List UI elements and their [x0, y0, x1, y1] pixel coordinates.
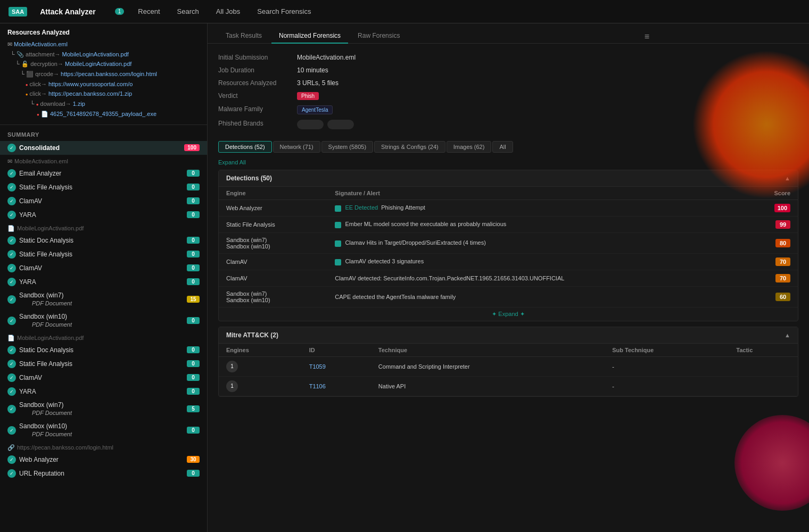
mitre-row[interactable]: 1 T1059 Command and Scripting Interprete…: [219, 357, 798, 377]
sandbox-win7-sub-2: PDF Document: [19, 409, 184, 417]
email-analyzer-label: Email Analyzer: [19, 170, 184, 177]
summary-item-clamav-2[interactable]: ✓ ClamAV 0: [0, 261, 207, 275]
summary-item-static-file-3[interactable]: ✓ Static File Analysis 0: [0, 357, 207, 371]
static-doc-label-2: Static Doc Analysis: [19, 346, 184, 354]
tab-task-results[interactable]: Task Results: [218, 29, 269, 44]
row-engine-4: ClamAV: [219, 270, 327, 287]
tree-node-6[interactable]: └ ● download→ 1.zip: [7, 99, 200, 109]
summary-item-clamav-1[interactable]: ✓ ClamAV 0: [0, 194, 207, 208]
mitre-row[interactable]: 1 T1106 Native API -: [219, 377, 798, 396]
tree-node-5[interactable]: ● click→ https://pecan.banksso.com/1.zip: [7, 89, 200, 99]
summary-item-url-reputation[interactable]: ✓ URL Reputation 0: [0, 467, 207, 480]
hamburger-menu[interactable]: ≡: [645, 32, 649, 41]
table-row[interactable]: Static File Analysis Ember ML model scor…: [219, 217, 798, 233]
score-badge-2: 80: [775, 239, 790, 247]
check-icon-17: ✓: [7, 426, 16, 435]
row-sig-4: ClamAV detected: SecuriteInfo.com.Trojan…: [327, 270, 745, 287]
tab-normalized-forensics[interactable]: Normalized Forensics: [271, 29, 348, 44]
check-icon-4: ✓: [7, 197, 16, 205]
score-badge-5: 60: [775, 293, 790, 301]
yara-score-1: 0: [187, 211, 200, 218]
mitre-col-id: ID: [302, 344, 371, 357]
summary-item-static-file-1[interactable]: ✓ Static File Analysis 0: [0, 180, 207, 194]
tree-root[interactable]: ✉ MobileActivation.eml: [7, 39, 200, 49]
nav-search-forensics[interactable]: Search Forensics: [254, 5, 314, 18]
malware-family-value: AgentTesla: [297, 104, 798, 116]
check-icon-13: ✓: [7, 360, 16, 368]
det-tab-system[interactable]: System (5805): [321, 141, 374, 153]
sandbox-win10-score-1: 0: [187, 317, 200, 324]
consolidated-label: Consolidated: [19, 144, 181, 152]
tree-node-1[interactable]: └ 📎 attachment→ MobileLoginActivation.pd…: [7, 49, 200, 60]
static-file-label-1: Static File Analysis: [19, 184, 184, 191]
detections-header[interactable]: Detections (50) ▲: [219, 170, 798, 187]
summary-item-sandbox-win10-2[interactable]: ✓ Sandbox (win10) PDF Document 0: [0, 420, 207, 441]
clamav-score-2: 0: [187, 264, 200, 271]
expand-all[interactable]: Expand All: [218, 159, 798, 165]
malware-family-label: Malware Family: [218, 104, 293, 116]
score-badge-1: 99: [775, 220, 790, 229]
nav-recent[interactable]: Recent: [135, 5, 163, 18]
nav-all-jobs[interactable]: All Jobs: [213, 5, 244, 18]
mitre-sub-1: -: [605, 377, 729, 396]
technique-id-1[interactable]: T1106: [309, 383, 326, 389]
check-icon-9: ✓: [7, 278, 16, 286]
summary-item-sandbox-win7-2[interactable]: ✓ Sandbox (win7) PDF Document 5: [0, 398, 207, 420]
technique-id-0[interactable]: T1059: [309, 363, 326, 370]
static-file-score-2: 0: [187, 251, 200, 257]
tree-node-3[interactable]: └ ⬛ qrcode→ https://pecan.banksso.com/lo…: [7, 69, 200, 79]
summary-item-static-doc-2[interactable]: ✓ Static Doc Analysis 0: [0, 343, 207, 357]
tree-node-7[interactable]: ● 📄 4625_7614892678_49355_payload_.exe: [7, 109, 200, 119]
job-duration-value: 10 minutes: [297, 65, 798, 76]
summary-header: Summary: [0, 129, 207, 141]
row-engine-2: Sandbox (win7) Sandbox (win10): [219, 233, 327, 254]
mitre-header[interactable]: Mitre ATT&CK (2) ▲: [219, 327, 798, 344]
summary-item-web-analyzer[interactable]: ✓ Web Analyzer 30: [0, 453, 207, 467]
table-row[interactable]: ClamAV ClamAV detected 3 signatures 70: [219, 254, 798, 270]
expand-more[interactable]: ✦ Expand ✦: [219, 307, 798, 321]
det-tab-network[interactable]: Network (71): [273, 141, 320, 153]
summary-item-sandbox-win7-1[interactable]: ✓ Sandbox (win7) PDF Document 15: [0, 289, 207, 310]
left-panel: Resources Analyzed ✉ MobileActivation.em…: [0, 23, 208, 532]
tree-node-2[interactable]: └ 🔓 decryption→ MobileLoginActivation.pd…: [7, 59, 200, 69]
table-row[interactable]: Sandbox (win7) Sandbox (win10) CAPE dete…: [219, 287, 798, 307]
group-login-activation-1: 📄 MobileLoginActivation.pdf: [0, 222, 207, 234]
table-row[interactable]: Web Analyzer EE Detected Phishing Attemp…: [219, 200, 798, 217]
summary-item-static-file-2[interactable]: ✓ Static File Analysis 0: [0, 247, 207, 261]
summary-item-yara-3[interactable]: ✓ YARA 0: [0, 385, 207, 398]
det-tab-strings[interactable]: Strings & Configs (24): [374, 141, 445, 153]
table-row[interactable]: ClamAV ClamAV detected: SecuriteInfo.com…: [219, 270, 798, 287]
web-analyzer-label: Web Analyzer: [19, 456, 184, 463]
col-score: Score: [745, 187, 798, 200]
summary-item-yara-2[interactable]: ✓ YARA 0: [0, 275, 207, 289]
engine-count-0: 1: [226, 361, 238, 372]
static-file-label-3: Static File Analysis: [19, 360, 184, 368]
det-tab-detections[interactable]: Detections (52): [218, 141, 272, 153]
det-tab-images[interactable]: Images (62): [447, 141, 492, 153]
tab-raw-forensics[interactable]: Raw Forensics: [350, 29, 407, 44]
check-icon-11: ✓: [7, 317, 16, 325]
summary-item-yara-1[interactable]: ✓ YARA 0: [0, 208, 207, 222]
summary-item-sandbox-win10-1[interactable]: ✓ Sandbox (win10) PDF Document 0: [0, 310, 207, 331]
summary-item-static-doc-1[interactable]: ✓ Static Doc Analysis 0: [0, 234, 207, 247]
mitre-tactic-1: [729, 377, 798, 396]
sandbox-win7-label-1: Sandbox (win7): [19, 292, 184, 299]
mitre-col-sub: Sub Technique: [605, 344, 729, 357]
row-engine-0: Web Analyzer: [219, 200, 327, 217]
table-row[interactable]: Sandbox (win7) Sandbox (win10) Clamav Hi…: [219, 233, 798, 254]
sig-icon-3: [335, 259, 341, 265]
url-reputation-label: URL Reputation: [19, 470, 184, 477]
nav-search[interactable]: Search: [174, 5, 202, 18]
detections-chevron: ▲: [785, 175, 790, 181]
app-badge: SAA: [9, 7, 27, 16]
static-doc-label-1: Static Doc Analysis: [19, 237, 184, 244]
tree-node-4[interactable]: ● click→ https://www.yourssoportal.com/o: [7, 79, 200, 89]
forensics-tabs: Task Results Normalized Forensics Raw Fo…: [208, 23, 809, 44]
check-icon-12: ✓: [7, 346, 16, 354]
mitre-technique-1: Native API: [371, 377, 605, 396]
summary-item-email-analyzer[interactable]: ✓ Email Analyzer 0: [0, 167, 207, 180]
det-tab-all[interactable]: All: [492, 141, 513, 153]
summary-item-clamav-3[interactable]: ✓ ClamAV 0: [0, 371, 207, 385]
check-icon: ✓: [7, 144, 16, 152]
summary-item-consolidated[interactable]: ✓ Consolidated 100: [0, 141, 207, 155]
